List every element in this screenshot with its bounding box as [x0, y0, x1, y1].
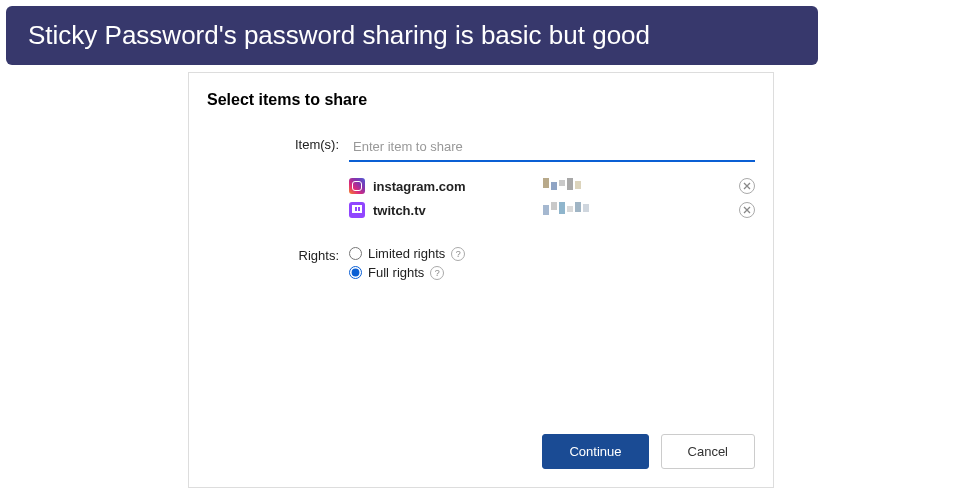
dialog-title: Select items to share: [207, 91, 755, 109]
full-rights-label: Full rights: [368, 265, 424, 280]
items-list: instagram.com twitch.tv: [349, 174, 755, 222]
rights-label: Rights:: [207, 244, 349, 263]
instagram-icon: [349, 178, 365, 194]
limited-rights-label: Limited rights: [368, 246, 445, 261]
cancel-button[interactable]: Cancel: [661, 434, 755, 469]
share-dialog: Select items to share Item(s): instagram…: [188, 72, 774, 488]
dialog-footer: Continue Cancel: [542, 434, 755, 469]
item-domain: twitch.tv: [373, 203, 543, 218]
rights-option-limited[interactable]: Limited rights ?: [349, 244, 755, 263]
full-rights-radio[interactable]: [349, 266, 362, 279]
limited-rights-radio[interactable]: [349, 247, 362, 260]
help-icon[interactable]: ?: [430, 266, 444, 280]
list-item: twitch.tv: [349, 198, 755, 222]
items-row: Item(s): instagram.com twitch.tv: [207, 133, 755, 222]
item-username-redacted: [543, 178, 683, 194]
remove-item-button[interactable]: [739, 178, 755, 194]
twitch-icon: [349, 202, 365, 218]
list-item: instagram.com: [349, 174, 755, 198]
item-username-redacted: [543, 202, 683, 218]
items-label: Item(s):: [207, 133, 349, 152]
close-icon: [743, 182, 751, 190]
items-input[interactable]: [349, 133, 755, 162]
remove-item-button[interactable]: [739, 202, 755, 218]
caption-text: Sticky Password's password sharing is ba…: [28, 20, 650, 50]
help-icon[interactable]: ?: [451, 247, 465, 261]
rights-row: Rights: Limited rights ? Full rights ?: [207, 244, 755, 282]
caption-banner: Sticky Password's password sharing is ba…: [6, 6, 818, 65]
item-domain: instagram.com: [373, 179, 543, 194]
close-icon: [743, 206, 751, 214]
rights-option-full[interactable]: Full rights ?: [349, 263, 755, 282]
continue-button[interactable]: Continue: [542, 434, 648, 469]
